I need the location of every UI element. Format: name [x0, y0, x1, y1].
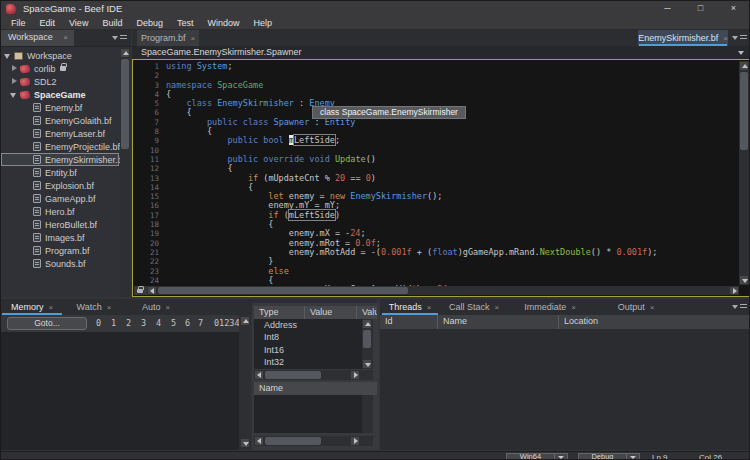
line-number[interactable]: 1 [133, 62, 165, 71]
close-tab-icon[interactable]: × [650, 303, 655, 312]
tab-immediate[interactable]: Immediate × [509, 299, 591, 315]
tab-call-stack[interactable]: Call Stack × [439, 299, 509, 315]
column-location[interactable]: Location [558, 315, 750, 329]
tree-item-workspace[interactable]: Workspace [1, 49, 119, 62]
platform-select[interactable]: Win64 [506, 453, 568, 460]
line-number[interactable]: 8 [133, 127, 165, 136]
line-number[interactable]: 4 [133, 90, 165, 99]
line-number[interactable]: 13 [133, 174, 165, 183]
line-number[interactable]: 19 [133, 229, 165, 238]
column-value[interactable]: Value [304, 306, 356, 319]
line-number[interactable]: 17 [133, 211, 165, 220]
line-number[interactable]: 2 [133, 71, 165, 80]
panel-menu-icon[interactable] [732, 34, 748, 43]
tree-item-program-bf[interactable]: Program.bf [1, 244, 119, 257]
tree-item-spacegame[interactable]: SpaceGame [1, 88, 119, 101]
line-number[interactable]: 15 [133, 192, 165, 201]
list-item[interactable]: Int16 [254, 344, 362, 356]
tree-scrollbar[interactable] [120, 48, 130, 297]
tree-item-explosion-bf[interactable]: Explosion.bf [1, 179, 119, 192]
tree-collapse-arrow-icon[interactable] [3, 51, 13, 61]
scrollbar-thumb[interactable] [158, 287, 408, 294]
chevron-down-icon[interactable] [554, 454, 567, 460]
menu-file[interactable]: File [4, 17, 33, 29]
close-tab-icon[interactable]: × [63, 30, 68, 45]
menu-edit[interactable]: Edit [33, 17, 63, 29]
code-editor[interactable]: 1234567891011121314151617181920212223242… [132, 59, 750, 297]
line-number[interactable]: 22 [133, 257, 165, 266]
scrollbar-thumb[interactable] [363, 330, 371, 348]
scroll-lock-icon[interactable] [134, 286, 147, 295]
maximize-button[interactable]: □ [684, 1, 717, 17]
tree-item-corlib[interactable]: corlib [1, 62, 119, 75]
column-type[interactable]: Type [254, 306, 304, 319]
scroll-left-icon[interactable] [255, 371, 263, 379]
line-number[interactable]: 6 [133, 108, 165, 117]
close-tab-icon[interactable]: × [48, 303, 53, 312]
close-tab-icon[interactable]: × [427, 303, 432, 312]
column-id[interactable]: Id [380, 315, 437, 329]
line-number[interactable]: 12 [133, 164, 165, 173]
scroll-left-icon[interactable] [148, 287, 156, 294]
goto-button[interactable]: Goto... [7, 317, 87, 330]
tab-watch[interactable]: Watch × [63, 299, 125, 315]
menu-debug[interactable]: Debug [129, 17, 170, 29]
scroll-up-icon[interactable] [363, 320, 371, 328]
tree-item-entity-bf[interactable]: Entity.bf [1, 166, 119, 179]
tree-item-hero-bf[interactable]: Hero.bf [1, 205, 119, 218]
tab-memory[interactable]: Memory × [1, 299, 63, 315]
scroll-up-icon[interactable] [241, 317, 249, 325]
name-vscrollbar[interactable] [362, 395, 373, 433]
tree-item-herobullet-bf[interactable]: HeroBullet.bf [1, 218, 119, 231]
editor-vscrollbar[interactable] [739, 61, 749, 285]
column-name[interactable]: Name [254, 382, 377, 395]
inspector-hscrollbar[interactable] [254, 370, 373, 380]
line-number-gutter[interactable]: 1234567891011121314151617181920212223242… [133, 62, 165, 286]
line-number[interactable]: 21 [133, 248, 165, 257]
scroll-down-icon[interactable] [241, 439, 249, 447]
tree-item-enemy-bf[interactable]: Enemy.bf [1, 101, 119, 114]
tree-expand-arrow-icon[interactable] [9, 77, 19, 87]
tree-item-gameapp-bf[interactable]: GameApp.bf [1, 192, 119, 205]
chevron-down-icon[interactable] [626, 454, 639, 460]
inspector-vscrollbar[interactable] [362, 319, 373, 369]
scrollbar-thumb[interactable] [121, 59, 129, 149]
scroll-up-icon[interactable] [121, 49, 129, 57]
tab-workspace[interactable]: Workspace × [1, 30, 74, 46]
line-number[interactable]: 10 [133, 146, 165, 155]
close-tab-icon[interactable]: × [494, 303, 499, 312]
tree-item-enemyskirmisher-bf[interactable]: EnemySkirmisher.bf [1, 153, 119, 166]
close-tab-icon[interactable]: × [723, 34, 728, 43]
threads-body[interactable] [380, 329, 750, 450]
tab-threads[interactable]: Threads × [381, 299, 439, 315]
line-number[interactable]: 3 [133, 81, 165, 90]
code-text[interactable]: using System;namespace SpaceGame{ class … [166, 62, 738, 286]
scroll-left-icon[interactable] [255, 437, 263, 445]
tree-collapse-arrow-icon[interactable] [9, 90, 19, 100]
list-item[interactable]: Int8 [254, 331, 362, 343]
scroll-right-icon[interactable] [351, 371, 359, 379]
tree-item-sdl2[interactable]: SDL2 [1, 75, 119, 88]
line-number[interactable]: 20 [133, 239, 165, 248]
name-list[interactable] [254, 395, 362, 433]
config-select[interactable]: Debug [578, 453, 640, 460]
panel-menu-icon[interactable] [732, 303, 748, 312]
breadcrumb[interactable]: SpaceGame.EnemySkirmisher.Spawner [132, 46, 750, 59]
close-button[interactable]: × [717, 1, 750, 17]
line-number[interactable]: 23 [133, 267, 165, 276]
close-tab-icon[interactable]: × [165, 303, 170, 312]
line-number[interactable]: 7 [133, 118, 165, 127]
minimize-button[interactable]: ─ [651, 1, 684, 17]
line-number[interactable]: 5 [133, 99, 165, 108]
line-number[interactable]: 11 [133, 155, 165, 164]
line-number[interactable]: 18 [133, 220, 165, 229]
name-hscrollbar[interactable] [254, 436, 373, 446]
column-name[interactable]: Name [437, 315, 558, 329]
memory-scrollbar[interactable] [239, 315, 251, 450]
memory-hex-view[interactable] [1, 332, 239, 450]
scroll-down-icon[interactable] [363, 360, 371, 368]
tree-item-sounds-bf[interactable]: Sounds.bf [1, 257, 119, 270]
scrollbar-thumb[interactable] [740, 72, 748, 150]
tab-program-bf[interactable]: Program.bf × [137, 30, 199, 46]
chevron-down-icon[interactable] [738, 51, 744, 55]
